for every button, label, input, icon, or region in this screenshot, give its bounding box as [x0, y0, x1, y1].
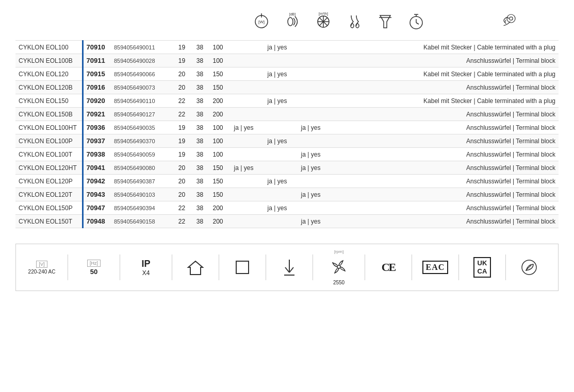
value-2: 38: [191, 175, 209, 188]
bool-timer: [294, 67, 327, 81]
table-row: CYKLON EOL100B 70911 8594056490028 19 38…: [15, 54, 559, 67]
article-number: 70938: [83, 148, 111, 161]
ean-code: 8594056490028: [111, 54, 173, 67]
bool-pull-cord: [260, 161, 294, 175]
value-1: 22: [173, 94, 191, 108]
value-2: 38: [191, 215, 209, 228]
hz-label: [Hz]: [87, 260, 101, 267]
bool-timer: [294, 94, 327, 108]
svg-text:[W]: [W]: [258, 20, 265, 24]
svg-text:[m³/h]: [m³/h]: [319, 12, 328, 16]
eco-icon: [516, 254, 542, 280]
bool-pull-cord: ja | yes: [260, 175, 294, 188]
svg-marker-22: [188, 261, 203, 275]
timer-icon: [406, 10, 427, 31]
value-2: 38: [191, 161, 209, 175]
value-2: 38: [191, 94, 209, 108]
value-1: 19: [173, 148, 191, 161]
bool-humidity: [227, 215, 260, 228]
bool-humidity: [227, 175, 260, 188]
airflow-icon-cell: [m³/h]: [308, 10, 339, 31]
value-3: 150: [209, 188, 227, 201]
value-1: 19: [173, 121, 191, 134]
bool-timer: ja | yes: [294, 121, 327, 134]
footer-divider-7: [365, 254, 365, 280]
svg-line-25: [285, 267, 289, 272]
value-1: 20: [173, 175, 191, 188]
svg-rect-23: [236, 261, 249, 274]
value-3: 150: [209, 81, 227, 94]
bool-timer: [294, 41, 327, 54]
product-name: CYKLON EOL100HT: [15, 121, 83, 134]
article-number: 70937: [83, 134, 111, 148]
value-1: 20: [173, 188, 191, 201]
bool-pull-cord: [260, 54, 294, 67]
table-row: CYKLON EOL120B 70916 8594056490073 20 38…: [15, 81, 559, 94]
footer-divider-8: [412, 254, 412, 280]
bool-humidity: [227, 134, 260, 148]
ean-code: 8594056490394: [111, 201, 173, 215]
article-number: 70947: [83, 201, 111, 215]
value-1: 19: [173, 54, 191, 67]
value-2: 38: [191, 67, 209, 81]
bool-pull-cord: [260, 215, 294, 228]
bool-pull-cord: [260, 148, 294, 161]
value-3: 100: [209, 121, 227, 134]
value-3: 200: [209, 215, 227, 228]
bool-pull-cord: ja | yes: [260, 134, 294, 148]
value-2: 38: [191, 81, 209, 94]
hz-value: 50: [90, 268, 97, 276]
table-row: CYKLON EOL120P 70942 8594056490387 20 38…: [15, 175, 559, 188]
value-3: 150: [209, 67, 227, 81]
product-name: CYKLON EOL120P: [15, 175, 83, 188]
product-description: Kabel mit Stecker | Cable terminated wit…: [327, 94, 559, 108]
voltage-label: [V]: [36, 261, 47, 268]
table-row: CYKLON EOL120T 70943 8594056490103 20 38…: [15, 188, 559, 201]
ean-code: 8594056490387: [111, 175, 173, 188]
table-row: CYKLON EOL150P 70947 8594056490394 22 38…: [15, 201, 559, 215]
product-name: CYKLON EOL150P: [15, 201, 83, 215]
bool-timer: ja | yes: [294, 148, 327, 161]
ean-code: 8594056490035: [111, 121, 173, 134]
ce-icon: CE: [375, 254, 401, 280]
product-description: Anschlusswürfel | Terminal block: [327, 81, 559, 94]
footer-divider-9: [458, 254, 459, 280]
bool-humidity: [227, 67, 260, 81]
value-3: 200: [209, 108, 227, 121]
product-description: Anschlusswürfel | Terminal block: [327, 175, 559, 188]
rpm-label: [rpm]: [334, 249, 343, 254]
ean-code: 8594056490066: [111, 67, 173, 81]
bool-timer: [294, 54, 327, 67]
article-number: 70916: [83, 81, 111, 94]
product-name: CYKLON EOL100: [15, 41, 83, 54]
value-2: 38: [191, 108, 209, 121]
value-1: 22: [173, 201, 191, 215]
product-description: Kabel mit Stecker | Cable terminated wit…: [327, 67, 559, 81]
product-description: Anschlusswürfel | Terminal block: [327, 108, 559, 121]
article-number: 70915: [83, 67, 111, 81]
bool-humidity: ja | yes: [227, 121, 260, 134]
bool-timer: ja | yes: [294, 188, 327, 201]
bool-pull-cord: [260, 108, 294, 121]
power-icon-cell: [W]: [246, 10, 277, 31]
product-name: CYKLON EOL150T: [15, 215, 83, 228]
product-name: CYKLON EOL120HT: [15, 161, 83, 175]
square-icon: [229, 254, 255, 280]
bool-pull-cord: ja | yes: [260, 201, 294, 215]
bool-timer: [294, 108, 327, 121]
connector-icon: [499, 10, 519, 31]
ean-code: 8594056490103: [111, 188, 173, 201]
footer-divider-3: [172, 254, 172, 280]
product-name: CYKLON EOL150: [15, 94, 83, 108]
product-table: CYKLON EOL100 70910 8594056490011 19 38 …: [15, 40, 559, 228]
timer-icon-cell: [401, 10, 432, 31]
ean-code: 8594056490127: [111, 108, 173, 121]
product-name: CYKLON EOL100T: [15, 148, 83, 161]
funnel-icon: [375, 10, 396, 31]
bool-pull-cord: ja | yes: [260, 41, 294, 54]
footer-divider-10: [505, 254, 506, 280]
value-3: 100: [209, 148, 227, 161]
product-name: CYKLON EOL120: [15, 67, 83, 81]
footer-specs-bar: [V] 220-240 AC [Hz] 50 IP X4: [15, 244, 559, 291]
product-description: Anschlusswürfel | Terminal block: [327, 201, 559, 215]
